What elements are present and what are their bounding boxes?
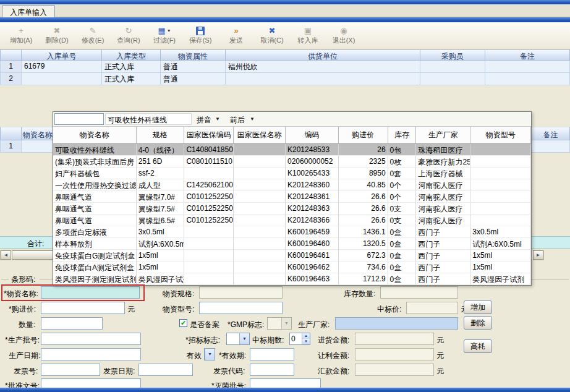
popup-row[interactable]: 一次性使用湿热交换过滤成人型C1425062100K20124836040.85… bbox=[53, 179, 531, 191]
popup-cell[interactable]: 3x0.5ml bbox=[470, 226, 531, 238]
production-date-field[interactable] bbox=[41, 348, 141, 360]
popup-row[interactable]: 免疫球蛋白G测定试剂盒1x5mlK600196461672.30盒西门子1x5m… bbox=[53, 250, 531, 262]
popup-row[interactable]: 鼻咽通气道翼缘型7.0#C0101252250K20124836126.60个河… bbox=[53, 191, 531, 203]
popup-cell[interactable]: 26.6 bbox=[339, 191, 388, 203]
order-grid-cell[interactable]: 正式入库 bbox=[102, 73, 161, 85]
add-row-button[interactable]: 增加 bbox=[464, 300, 492, 314]
popup-cell[interactable]: 类风湿因子试剂 bbox=[137, 273, 185, 285]
popup-cell[interactable]: 26.6 bbox=[339, 203, 388, 215]
popup-row[interactable]: 免疫球蛋白A测定试剂盒1x5mlK600196462734.60盒西门子1x5m… bbox=[53, 262, 531, 273]
popup-row[interactable]: (集采)预装式非球面后房251 6DC080101151002060000052… bbox=[53, 156, 531, 168]
order-grid-cell[interactable] bbox=[420, 61, 485, 73]
order-grid-header-cell[interactable]: 采购员 bbox=[420, 49, 485, 61]
popup-header-cell[interactable]: 国家医保名称 bbox=[234, 127, 286, 144]
order-grid-cell[interactable]: 普通 bbox=[161, 73, 226, 85]
popup-cell[interactable]: C0801011510 bbox=[184, 156, 234, 168]
popup-header-cell[interactable]: 生产厂家 bbox=[416, 127, 470, 144]
order-grid-header-cell[interactable]: 物资属性 bbox=[161, 49, 226, 61]
popup-cell[interactable] bbox=[234, 168, 286, 179]
popup-cell[interactable] bbox=[470, 179, 531, 191]
popup-cell[interactable]: 翼缘型7.0# bbox=[137, 191, 185, 203]
popup-cell[interactable]: 一次性使用湿热交换过滤 bbox=[53, 179, 137, 191]
invoice-code-field[interactable] bbox=[250, 364, 294, 376]
popup-cell[interactable]: 672.3 bbox=[339, 250, 388, 262]
stepper-down-arrow[interactable]: ▼ bbox=[302, 339, 310, 344]
popup-cell[interactable]: 鼻咽通气道 bbox=[53, 215, 137, 226]
popup-cell[interactable]: 西门子 bbox=[416, 250, 470, 262]
detail-grid-header-cell[interactable]: 备注 bbox=[532, 127, 570, 140]
tab-warehouse-entry[interactable]: 入库单输入 bbox=[2, 5, 55, 17]
popup-cell[interactable]: 0盒 bbox=[388, 238, 417, 250]
popup-cell[interactable]: 0支 bbox=[388, 215, 417, 226]
popup-cell[interactable]: K201248363 bbox=[286, 203, 339, 215]
popup-row[interactable]: 可吸收性外科缝线4-0（线径）C1408041850K201248533260包… bbox=[53, 144, 531, 156]
popup-cell[interactable]: 上海医疗器械 bbox=[416, 168, 470, 179]
popup-cell[interactable]: C1408041850 bbox=[184, 144, 234, 156]
popup-header-cell[interactable]: 国家医保编码 bbox=[184, 127, 234, 144]
popup-cell[interactable]: 2325 bbox=[339, 156, 388, 168]
popup-cell[interactable]: C1425062100 bbox=[184, 179, 234, 191]
popup-cell[interactable]: 1x5ml bbox=[470, 250, 531, 262]
popup-cell[interactable]: 鼻咽通气道 bbox=[53, 191, 137, 203]
popup-cell[interactable]: 0盒 bbox=[388, 250, 417, 262]
popup-cell[interactable] bbox=[470, 203, 531, 215]
popup-cell[interactable]: K201248361 bbox=[286, 191, 339, 203]
toolbar-button-query[interactable]: ↻ 查询(R) bbox=[111, 24, 146, 48]
bid-period-stepper[interactable]: ▲▼ bbox=[289, 333, 310, 345]
popup-cell[interactable] bbox=[470, 215, 531, 226]
popup-cell[interactable]: 试剂A:6X0.5ml bbox=[470, 238, 531, 250]
popup-cell[interactable]: K201248533 bbox=[286, 144, 339, 156]
popup-cell[interactable]: 鼻咽通气道 bbox=[53, 203, 137, 215]
popup-cell[interactable]: 西门子 bbox=[416, 273, 470, 285]
toolbar-button-filter[interactable]: ▦▼ 过滤(F) bbox=[147, 24, 182, 48]
popup-cell[interactable]: 26 bbox=[339, 144, 388, 156]
popup-cell[interactable]: (集采)预装式非球面后房 bbox=[53, 156, 137, 168]
order-grid-header-cell[interactable]: 入库类型 bbox=[102, 49, 161, 61]
order-grid-header-cell[interactable] bbox=[0, 49, 22, 61]
popup-cell[interactable]: 0个 bbox=[388, 179, 417, 191]
table-row[interactable]: 物资名称规格国家医保编码国家医保名称编码购进价库存生产厂家物资型号 bbox=[53, 127, 531, 144]
order-grid-cell[interactable]: 普通 bbox=[161, 61, 226, 73]
popup-header-cell[interactable]: 购进价 bbox=[339, 127, 388, 144]
invoice-no-field[interactable] bbox=[41, 364, 100, 376]
popup-cell[interactable]: 40.85 bbox=[339, 179, 388, 191]
popup-cell[interactable]: 成人型 bbox=[137, 179, 185, 191]
popup-cell[interactable]: K201248360 bbox=[286, 179, 339, 191]
popup-cell[interactable]: 251 6D bbox=[137, 156, 185, 168]
popup-row[interactable]: 多项蛋白定标液3x0.5mlK6001964591436.10盒西门子3x0.5… bbox=[53, 226, 531, 238]
popup-row[interactable]: 鼻咽通气道翼缘型6.5#C0101252250K20124836626.60支河… bbox=[53, 215, 531, 226]
popup-cell[interactable]: K100265433 bbox=[286, 168, 339, 179]
popup-cell[interactable]: 试剂A:6X0.5ml bbox=[137, 238, 185, 250]
popup-cell[interactable]: K201248366 bbox=[286, 215, 339, 226]
bid-flag-dropdown[interactable]: ▼ bbox=[226, 333, 250, 345]
popup-cell[interactable] bbox=[234, 250, 286, 262]
scroll-right-arrow[interactable]: ► bbox=[533, 250, 543, 260]
order-grid-header-cell[interactable]: 供货单位 bbox=[226, 49, 420, 61]
popup-cell[interactable]: 西门子 bbox=[416, 238, 470, 250]
table-row[interactable]: 2正式入库普通 bbox=[0, 73, 570, 85]
popup-cell[interactable] bbox=[184, 273, 234, 285]
order-grid-cell[interactable]: 正式入库 bbox=[102, 61, 161, 73]
popup-cell[interactable]: 0支 bbox=[388, 203, 417, 215]
popup-cell[interactable]: 4-0（线径） bbox=[137, 144, 185, 156]
record-filing-checkbox[interactable]: ✔ bbox=[179, 319, 187, 327]
popup-cell[interactable] bbox=[184, 238, 234, 250]
toolbar-button-send[interactable]: » 发送 bbox=[219, 24, 253, 48]
popup-cell[interactable] bbox=[184, 226, 234, 238]
purchase-price-field[interactable] bbox=[41, 302, 125, 314]
valid-dropdown[interactable]: ▼ bbox=[204, 348, 215, 360]
popup-cell[interactable]: 0个 bbox=[388, 191, 417, 203]
popup-cell[interactable]: 1x5ml bbox=[137, 250, 185, 262]
detail-grid-cell[interactable]: 1 bbox=[0, 140, 22, 153]
popup-cell[interactable]: 1436.1 bbox=[339, 226, 388, 238]
manufacturer-field[interactable] bbox=[335, 317, 458, 330]
order-grid-cell[interactable] bbox=[420, 73, 485, 85]
search-input[interactable] bbox=[54, 113, 104, 125]
toolbar-button-add[interactable]: + 增加(A) bbox=[4, 24, 38, 48]
popup-cell[interactable]: 妇产科器械包 bbox=[53, 168, 137, 179]
popup-cell[interactable] bbox=[234, 156, 286, 168]
popup-cell[interactable]: 3x0.5ml bbox=[137, 226, 185, 238]
popup-cell[interactable]: 豪雅医疗新力251 bbox=[416, 156, 470, 168]
popup-cell[interactable]: 多项蛋白定标液 bbox=[53, 226, 137, 238]
popup-cell[interactable] bbox=[234, 273, 286, 285]
